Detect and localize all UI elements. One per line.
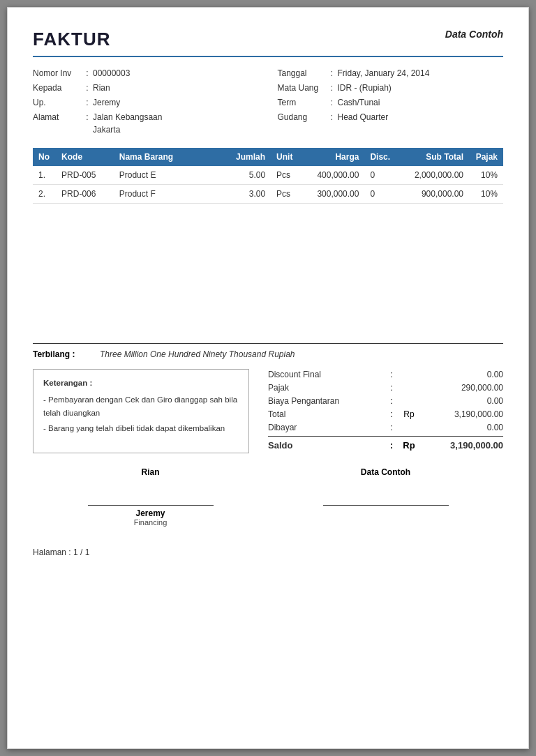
sig-bottom-role: Financing: [134, 518, 168, 527]
up-row: Up. : Jeremy: [33, 96, 259, 109]
tanggal-row: Tanggal : Friday, January 24, 2014: [277, 67, 503, 80]
biaya-pengantaran-row: Biaya Pengantaran : 0.00: [268, 395, 503, 407]
mata-uang-value: IDR - (Rupiah): [337, 82, 391, 94]
alamat-label: Alamat: [33, 111, 82, 136]
table-row: 2. PRD-006 Product F 3.00 Pcs 300,000.00…: [33, 185, 503, 204]
kepada-value: Rian: [93, 82, 110, 94]
keterangan-title: Keterangan :: [43, 377, 239, 389]
col-pajak: Pajak: [469, 148, 503, 166]
spacer: [33, 204, 503, 343]
col-nama-barang: Nama Barang: [114, 148, 229, 166]
sig-block-left-top: Rian: [88, 467, 214, 477]
footer-divider: [33, 343, 503, 344]
pajak-summary-value: 290,000.00: [419, 383, 503, 393]
mata-uang-label: Mata Uang: [277, 82, 326, 94]
dibayar-label: Dibayar: [268, 423, 385, 432]
terbilang-label: Terbilang :: [33, 349, 89, 359]
pajak-summary-label: Pajak: [268, 383, 385, 393]
invoice-header: FAKTUR Data Contoh: [33, 29, 503, 50]
keterangan-line: - Barang yang telah dibeli tidak dapat d…: [43, 422, 239, 434]
cell-sub-total: 900,000.00: [397, 185, 469, 204]
sig-name-left: Rian: [141, 467, 159, 477]
keterangan-line: - Pembayaran dengan Cek dan Giro diangga…: [43, 393, 239, 419]
biaya-pengantaran-label: Biaya Pengantaran: [268, 396, 385, 406]
term-row: Term : Cash/Tunai: [277, 96, 503, 109]
sig-bottom-name: Jeremy: [135, 508, 165, 518]
sig-line-right: [323, 505, 449, 506]
cell-harga: 300,000.00: [299, 185, 364, 204]
total-label: Total: [268, 409, 385, 419]
saldo-row: Saldo : Rp 3,190,000.00: [268, 439, 503, 451]
col-harga: Harga: [299, 148, 364, 166]
cell-kode: PRD-005: [56, 166, 114, 185]
cell-nama-barang: Product F: [114, 185, 229, 204]
bottom-section: Keterangan : - Pembayaran dengan Cek dan…: [33, 369, 503, 453]
terbilang-row: Terbilang : Three Million One Hundred Ni…: [33, 349, 503, 359]
term-value: Cash/Tunai: [337, 96, 380, 109]
cell-jumlah: 5.00: [229, 166, 271, 185]
dibayar-row: Dibayar : 0.00: [268, 422, 503, 433]
col-jumlah: Jumlah: [229, 148, 271, 166]
kepada-row: Kepada : Rian: [33, 82, 259, 94]
col-disc: Disc.: [364, 148, 396, 166]
terbilang-value: Three Million One Hundred Ninety Thousan…: [100, 349, 295, 359]
alamat-value: Jalan Kebangsaan Jakarta: [93, 111, 162, 136]
gudang-row: Gudang : Head Quarter: [277, 111, 503, 123]
sig-block-bottom-right: [323, 505, 449, 527]
col-no: No: [33, 148, 56, 166]
sig-block-bottom: Jeremy Financing: [88, 505, 214, 527]
saldo-rp: Rp: [399, 440, 419, 451]
col-sub-total: Sub Total: [397, 148, 469, 166]
invoice-title: FAKTUR: [33, 29, 110, 50]
sig-block-right-top: Data Contoh: [323, 467, 449, 477]
alamat-row: Alamat : Jalan Kebangsaan Jakarta: [33, 111, 259, 136]
term-label: Term: [277, 96, 326, 109]
signatures-bottom: Jeremy Financing: [33, 505, 503, 527]
signatures-top: Rian Data Contoh: [33, 467, 503, 477]
cell-unit: Pcs: [271, 185, 299, 204]
biaya-pengantaran-value: 0.00: [419, 396, 503, 406]
summary-divider: [268, 436, 503, 437]
tanggal-value: Friday, January 24, 2014: [337, 67, 429, 80]
nomor-inv-row: Nomor Inv : 00000003: [33, 67, 259, 80]
saldo-value: 3,190,000.00: [419, 440, 503, 451]
discount-final-value: 0.00: [419, 370, 503, 379]
gudang-value: Head Quarter: [337, 111, 388, 123]
cell-pajak: 10%: [469, 166, 503, 185]
nomor-inv-value: 00000003: [93, 67, 130, 80]
saldo-label: Saldo: [268, 440, 385, 451]
cell-disc: 0: [364, 166, 396, 185]
cell-no: 1.: [33, 166, 56, 185]
table-header-row: No Kode Nama Barang Jumlah Unit Harga Di…: [33, 148, 503, 166]
cell-jumlah: 3.00: [229, 185, 271, 204]
info-right: Tanggal : Friday, January 24, 2014 Mata …: [277, 67, 503, 138]
cell-nama-barang: Product E: [114, 166, 229, 185]
tanggal-label: Tanggal: [277, 67, 326, 80]
col-kode: Kode: [56, 148, 114, 166]
total-rp: Rp: [399, 409, 419, 419]
keterangan-lines: - Pembayaran dengan Cek dan Giro diangga…: [43, 393, 239, 434]
discount-final-row: Discount Final : 0.00: [268, 369, 503, 380]
table-row: 1. PRD-005 Product E 5.00 Pcs 400,000.00…: [33, 166, 503, 185]
total-row: Total : Rp 3,190,000.00: [268, 409, 503, 420]
header-divider: [33, 56, 503, 57]
summary-table: Discount Final : 0.00 Pajak : 290,000.00…: [268, 369, 503, 453]
kepada-label: Kepada: [33, 82, 82, 94]
sig-name-right: Data Contoh: [361, 467, 410, 477]
info-left: Nomor Inv : 00000003 Kepada : Rian Up. :…: [33, 67, 259, 138]
invoice-page: FAKTUR Data Contoh Nomor Inv : 00000003 …: [7, 7, 529, 749]
cell-pajak: 10%: [469, 185, 503, 204]
total-value: 3,190,000.00: [419, 409, 503, 419]
gudang-label: Gudang: [277, 111, 326, 123]
col-unit: Unit: [271, 148, 299, 166]
sig-line: [88, 505, 214, 506]
invoice-subtitle: Data Contoh: [445, 29, 503, 40]
pajak-summary-row: Pajak : 290,000.00: [268, 382, 503, 393]
cell-disc: 0: [364, 185, 396, 204]
cell-sub-total: 2,000,000.00: [397, 166, 469, 185]
page-number: Halaman : 1 / 1: [33, 547, 503, 557]
info-section: Nomor Inv : 00000003 Kepada : Rian Up. :…: [33, 67, 503, 138]
cell-no: 2.: [33, 185, 56, 204]
mata-uang-row: Mata Uang : IDR - (Rupiah): [277, 82, 503, 94]
keterangan-box: Keterangan : - Pembayaran dengan Cek dan…: [33, 369, 249, 453]
